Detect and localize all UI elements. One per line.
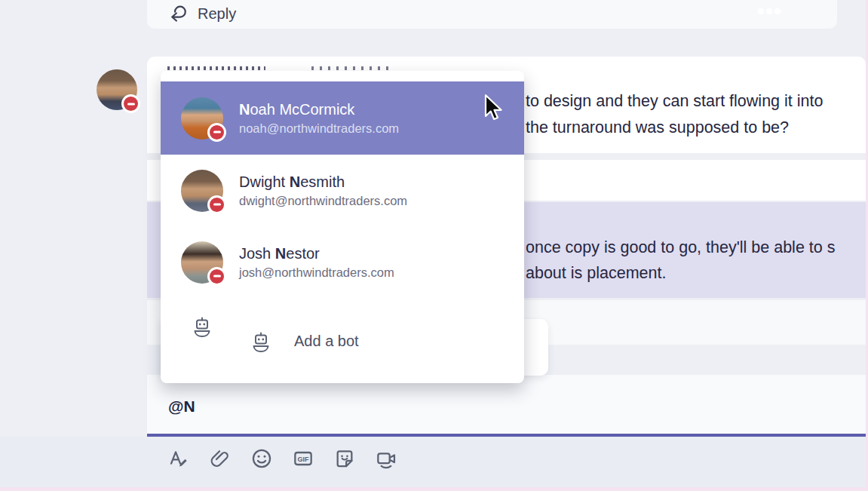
emoji-icon xyxy=(250,447,274,471)
suggestion-name: Noah McCormick xyxy=(239,100,399,120)
gif-button[interactable]: GIF xyxy=(291,447,315,471)
sticker-icon xyxy=(333,447,357,471)
mention-suggestion-popup: Noah McCormick noah@northwindtraders.com… xyxy=(161,71,524,383)
obscured-message-header xyxy=(167,66,265,70)
svg-text:GIF: GIF xyxy=(297,456,309,463)
compose-toolbar xyxy=(0,437,868,487)
avatar xyxy=(181,97,223,140)
add-a-bot-item[interactable]: Add a bot xyxy=(294,333,359,350)
avatar xyxy=(181,241,223,284)
sticker-button[interactable] xyxy=(333,447,357,471)
do-not-disturb-badge-icon xyxy=(121,94,140,113)
message-text: the turnaround was supposed to be? xyxy=(526,118,866,141)
compose-input-text[interactable]: @N xyxy=(168,397,195,416)
suggestion-name: Dwight Nesmith xyxy=(239,172,407,192)
suggestion-josh-nestor[interactable]: Josh Nestor josh@northwindtraders.com xyxy=(161,226,524,298)
suggestion-email: josh@northwindtraders.com xyxy=(239,264,394,281)
obscured-message-timestamp xyxy=(311,66,391,70)
video-camera-icon xyxy=(374,447,398,471)
message-text: to design and they can start flowing it … xyxy=(526,92,866,115)
message-text: once copy is good to go, they'll be able… xyxy=(526,238,866,261)
gif-icon: GIF xyxy=(291,447,315,471)
avatar xyxy=(181,170,223,212)
bot-icon xyxy=(249,330,273,354)
suggestion-dwight-nesmith[interactable]: Dwight Nesmith dwight@northwindtraders.c… xyxy=(161,155,524,226)
reply-arrow-icon xyxy=(167,4,190,26)
compose-message-box[interactable] xyxy=(147,375,868,434)
more-options-icon[interactable] xyxy=(758,8,781,14)
emoji-button[interactable] xyxy=(250,447,274,471)
do-not-disturb-badge-icon xyxy=(207,267,226,286)
paperclip-icon xyxy=(208,447,232,471)
do-not-disturb-badge-icon xyxy=(207,123,226,142)
do-not-disturb-badge-icon xyxy=(207,195,226,214)
sender-avatar[interactable] xyxy=(97,69,137,110)
mouse-cursor-icon xyxy=(483,94,504,124)
reply-bar[interactable]: Reply xyxy=(147,0,837,29)
message-text: about is placement. xyxy=(526,264,866,287)
meet-now-button[interactable] xyxy=(374,447,398,471)
reply-label: Reply xyxy=(198,5,236,23)
attach-button[interactable] xyxy=(208,447,232,471)
suggestion-name: Josh Nestor xyxy=(239,244,394,264)
window-edge xyxy=(0,487,868,491)
suggestion-email: dwight@northwindtraders.com xyxy=(239,192,407,210)
teams-chat-window: Reply to design and they can start flowi… xyxy=(0,0,868,491)
suggestion-email: noah@northwindtraders.com xyxy=(239,120,399,137)
format-icon xyxy=(167,447,191,471)
suggestion-noah-mccormick[interactable]: Noah McCormick noah@northwindtraders.com xyxy=(161,81,524,155)
format-button[interactable] xyxy=(167,447,191,471)
bot-icon xyxy=(190,315,214,339)
